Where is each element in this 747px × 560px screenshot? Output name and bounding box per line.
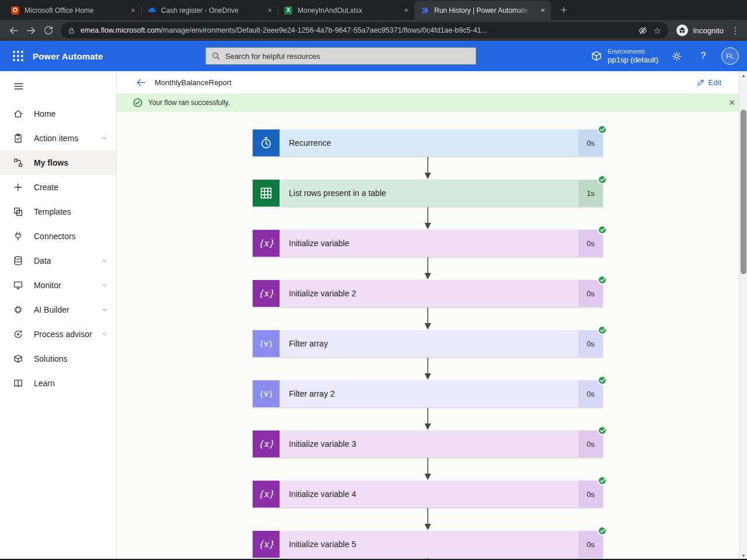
close-tab-icon[interactable]: ×	[265, 6, 274, 15]
success-check-icon	[598, 476, 607, 485]
connector-arrow	[253, 457, 603, 481]
step-duration: 0s	[578, 280, 603, 307]
avatar[interactable]: FL	[721, 47, 739, 65]
main-content: MonthlyBalanceReport Edit Your flow ran …	[117, 71, 747, 560]
banner-message: Your flow ran successfully.	[148, 99, 720, 107]
incognito-label: Incognito	[693, 26, 724, 35]
bookmark-star-icon[interactable]: ☆	[654, 26, 661, 35]
success-banner: Your flow ran successfully. ✕	[117, 93, 747, 112]
sidebar-item-connectors[interactable]: Connectors	[0, 224, 116, 249]
help-icon[interactable]: ?	[694, 47, 712, 65]
onedrive-favicon	[147, 6, 156, 15]
step-label: Filter array	[280, 330, 578, 357]
flow-step-filter-array-2[interactable]: {∀} Filter array 2 0s	[253, 380, 603, 407]
step-duration: 0s	[578, 430, 603, 457]
success-check-icon	[598, 526, 607, 536]
tab-office-home[interactable]: O Microsoft Office Home ×	[5, 1, 141, 20]
tab-title: Run History | Power Automate	[434, 6, 533, 15]
flow-step-filter-array[interactable]: {∀} Filter array 0s	[253, 330, 603, 357]
tab-excel-workbook[interactable]: X MoneyInAndOut.xlsx ×	[278, 1, 414, 20]
new-tab-button[interactable]	[556, 2, 572, 18]
initialize-variable-icon: {x}	[253, 531, 280, 558]
sidebar-item-ai-builder[interactable]: AI Builder	[0, 298, 116, 322]
banner-close-icon[interactable]: ✕	[726, 98, 738, 107]
tab-onedrive[interactable]: Cash register - OneDrive ×	[141, 1, 278, 20]
environment-picker[interactable]: Environments pp1sp (default)	[591, 48, 658, 64]
tab-run-history-active[interactable]: Run History | Power Automate ×	[414, 1, 551, 20]
sidebar-item-data[interactable]: Data	[0, 249, 116, 273]
search-box[interactable]	[205, 47, 476, 65]
eye-off-icon[interactable]	[638, 26, 648, 36]
connector-arrow	[253, 257, 603, 280]
chevron-down-icon	[101, 257, 108, 264]
success-check-icon	[598, 225, 607, 235]
flow-step-initialize-variable-5[interactable]: {x} Initialize variable 5 0s	[253, 531, 603, 558]
initialize-variable-icon: {x}	[253, 430, 280, 457]
back-icon[interactable]	[5, 22, 22, 39]
tab-title: Cash register - OneDrive	[161, 6, 260, 15]
templates-icon	[13, 206, 25, 217]
forward-icon[interactable]	[22, 22, 40, 39]
sidebar-item-action-items[interactable]: Action items	[0, 126, 116, 150]
action-items-icon	[13, 133, 25, 144]
scrollbar-down-icon[interactable]: ▼	[739, 554, 747, 558]
scrollbar-up-icon[interactable]: ▲	[739, 74, 747, 78]
step-label: Filter array 2	[280, 380, 578, 407]
step-duration: 0s	[578, 481, 603, 508]
success-check-icon	[598, 175, 607, 184]
flow-step-initialize-variable-4[interactable]: {x} Initialize variable 4 0s	[253, 481, 603, 508]
scrollbar-thumb[interactable]	[741, 110, 746, 274]
address-bar[interactable]: emea.flow.microsoft.com/manage/environme…	[61, 22, 668, 38]
monitor-icon	[13, 280, 25, 290]
close-tab-icon[interactable]: ×	[538, 6, 547, 15]
settings-gear-icon[interactable]	[668, 47, 685, 65]
app-header: Power Automate Environments pp1sp (defau…	[0, 41, 747, 71]
sidebar-item-process-advisor[interactable]: Process advisor	[0, 322, 116, 346]
step-duration: 0s	[578, 330, 603, 357]
hamburger-menu-icon[interactable]	[13, 80, 25, 92]
close-tab-icon[interactable]: ×	[402, 6, 411, 15]
step-duration: 0s	[578, 531, 603, 558]
browser-menu-icon[interactable]: ⋮	[728, 25, 742, 36]
flow-canvas: Recurrence 0s List rows present in a tab…	[117, 112, 747, 560]
environment-name: pp1sp (default)	[608, 55, 658, 65]
step-label: Initialize variable 4	[280, 481, 578, 508]
environment-icon	[591, 50, 602, 62]
flow-step-recurrence[interactable]: Recurrence 0s	[253, 130, 603, 156]
database-icon	[13, 256, 25, 266]
flow-step-initialize-variable-2[interactable]: {x} Initialize variable 2 0s	[253, 280, 603, 307]
browser-tab-bar: O Microsoft Office Home × Cash register …	[0, 0, 747, 20]
success-check-icon	[598, 426, 607, 435]
office-favicon: O	[11, 6, 20, 15]
success-check-icon	[598, 376, 607, 385]
sidebar-item-learn[interactable]: Learn	[0, 371, 116, 396]
flow-step-initialize-variable[interactable]: {x} Initialize variable 0s	[253, 230, 603, 257]
plus-icon	[13, 182, 25, 192]
search-input[interactable]	[225, 52, 470, 61]
edit-button[interactable]: Edit	[696, 78, 721, 87]
chevron-down-icon	[101, 306, 108, 313]
sidebar-item-home[interactable]: Home	[0, 102, 116, 126]
connector-arrow	[253, 307, 603, 330]
sidebar-item-monitor[interactable]: Monitor	[0, 273, 116, 298]
close-tab-icon[interactable]: ×	[128, 6, 138, 15]
url-text: emea.flow.microsoft.com/manage/environme…	[81, 26, 632, 34]
vertical-scrollbar[interactable]: ▲ ▼	[739, 71, 747, 560]
step-label: Initialize variable 5	[280, 531, 578, 558]
tab-title: MoneyInAndOut.xlsx	[298, 6, 397, 15]
flow-step-initialize-variable-3[interactable]: {x} Initialize variable 3 0s	[253, 430, 603, 457]
power-automate-favicon	[420, 6, 430, 15]
app-launcher-icon[interactable]	[8, 46, 28, 66]
back-arrow-icon[interactable]	[135, 77, 146, 88]
step-duration: 0s	[578, 130, 603, 156]
browser-nav-bar: emea.flow.microsoft.com/manage/environme…	[0, 20, 747, 41]
page-title: MonthlyBalanceReport	[155, 78, 232, 87]
sidebar-item-solutions[interactable]: Solutions	[0, 346, 116, 371]
reload-icon[interactable]	[40, 22, 57, 39]
flow-step-list-rows[interactable]: List rows present in a table 1s	[253, 180, 603, 206]
home-icon	[13, 108, 25, 119]
app-title: Power Automate	[33, 51, 103, 61]
sidebar-item-templates[interactable]: Templates	[0, 200, 116, 224]
sidebar-item-create[interactable]: Create	[0, 175, 116, 200]
sidebar-item-my-flows[interactable]: My flows	[0, 150, 116, 175]
